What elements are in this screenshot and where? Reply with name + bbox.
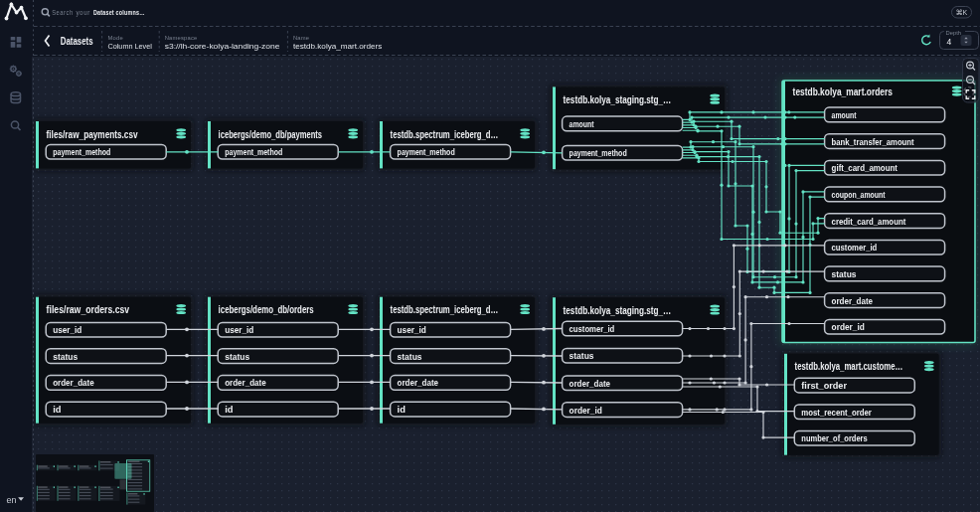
svg-text:user_id: user_id [53, 324, 82, 335]
svg-text:order_id: order_id [570, 405, 602, 416]
svg-text:s3://lh-core-kolya-landing-zon: s3://lh-core-kolya-landing-zone [165, 43, 280, 51]
svg-text:testdb.kolya_mart.orders: testdb.kolya_mart.orders [293, 43, 383, 51]
svg-text:amount: amount [832, 109, 858, 120]
svg-text:payment_method: payment_method [53, 146, 110, 157]
svg-text:order_id: order_id [832, 321, 865, 332]
svg-text:Namespace: Namespace [165, 35, 198, 41]
svg-text:your: your [76, 8, 90, 17]
svg-text:testdb.kolya_mart.orders: testdb.kolya_mart.orders [793, 86, 894, 97]
svg-text:order_date: order_date [570, 378, 611, 389]
svg-text:Mode: Mode [108, 35, 123, 41]
svg-text:credit_card_amount: credit_card_amount [832, 216, 906, 227]
svg-text:payment_method: payment_method [225, 146, 282, 157]
svg-text:customer_id: customer_id [832, 242, 878, 253]
svg-text:testdb.kolya_staging.stg_…: testdb.kolya_staging.stg_… [564, 94, 672, 105]
svg-text:order_date: order_date [225, 377, 266, 388]
svg-text:testdb.spectrum_iceberg_d…: testdb.spectrum_iceberg_d… [391, 129, 499, 140]
svg-text:status: status [53, 351, 78, 362]
svg-text:user_id: user_id [398, 324, 426, 335]
svg-text:amount: amount [570, 118, 595, 129]
svg-text:4: 4 [947, 37, 952, 47]
svg-text:status: status [570, 350, 594, 361]
svg-text:Datasets: Datasets [61, 36, 93, 47]
svg-text:testdb.spectrum_iceberg_d…: testdb.spectrum_iceberg_d… [391, 304, 499, 315]
svg-text:id: id [225, 404, 233, 415]
svg-text:status: status [832, 268, 857, 279]
svg-text:order_date: order_date [53, 377, 93, 388]
svg-text:customer_id: customer_id [570, 323, 615, 334]
svg-text:coupon_amount: coupon_amount [832, 189, 887, 200]
svg-text:bank_transfer_amount: bank_transfer_amount [832, 136, 915, 147]
svg-text:status: status [398, 351, 422, 362]
svg-text:status: status [225, 351, 249, 362]
svg-text:order_date: order_date [398, 377, 439, 388]
svg-text:⌘K: ⌘K [956, 9, 968, 16]
svg-text:icebergs/demo_db/payments: icebergs/demo_db/payments [219, 129, 323, 140]
svg-text:most_recent_order: most_recent_order [801, 407, 872, 418]
svg-text:Dataset columns…: Dataset columns… [93, 8, 145, 17]
svg-text:order_date: order_date [832, 295, 874, 306]
svg-text:first_order: first_order [801, 380, 847, 391]
svg-text:payment_method: payment_method [570, 147, 627, 158]
svg-text:gift_card_amount: gift_card_amount [832, 162, 898, 173]
svg-text:Search: Search [52, 8, 74, 17]
svg-text:files/raw_payments.csv: files/raw_payments.csv [47, 129, 138, 140]
svg-text:number_of_orders: number_of_orders [801, 432, 867, 443]
svg-text:files/raw_orders.csv: files/raw_orders.csv [47, 304, 130, 315]
svg-text:Depth: Depth [946, 30, 961, 36]
svg-text:payment_method: payment_method [398, 146, 455, 157]
svg-text:Name: Name [293, 35, 309, 41]
svg-text:en: en [7, 495, 17, 505]
svg-text:Column Level: Column Level [108, 43, 152, 50]
svg-text:id: id [53, 404, 61, 415]
svg-text:testdb.kolya_mart.custome…: testdb.kolya_mart.custome… [795, 361, 903, 372]
svg-text:id: id [398, 404, 406, 415]
svg-text:testdb.kolya_staging.stg_…: testdb.kolya_staging.stg_… [564, 305, 672, 316]
svg-text:icebergs/demo_db/orders: icebergs/demo_db/orders [219, 304, 314, 315]
svg-text:user_id: user_id [225, 324, 253, 335]
